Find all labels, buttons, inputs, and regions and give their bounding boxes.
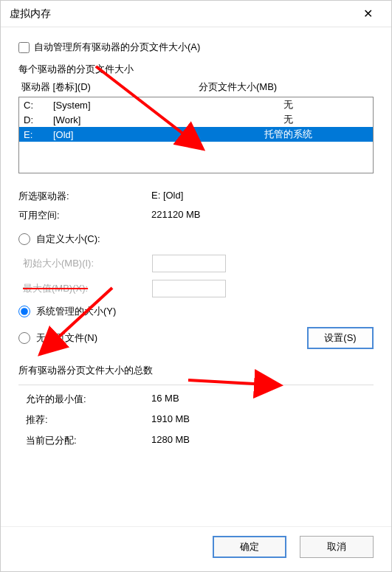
drive-header-label: 驱动器 [卷标](D) (21, 80, 199, 94)
set-button[interactable]: 设置(S) (307, 327, 374, 349)
drive-label: [Old] (53, 129, 208, 140)
drive-row-e[interactable]: E: [Old] 托管的系统 (19, 127, 373, 142)
min-allowed-value: 16 MB (151, 393, 374, 406)
min-allowed-label: 允许的最小值: (26, 393, 151, 406)
no-paging-radio-row[interactable]: 无分页文件(N) (18, 331, 307, 345)
initial-size-label: 初始大小(MB)(I): (23, 257, 152, 270)
drive-size: 无 (208, 113, 368, 126)
window-title: 虚拟内存 (10, 7, 353, 21)
selected-drive-value: E: [Old] (151, 190, 374, 203)
ok-button[interactable]: 确定 (213, 536, 286, 558)
virtual-memory-dialog: 虚拟内存 ✕ 自动管理所有驱动器的分页文件大小(A) 每个驱动器的分页文件大小 … (0, 0, 392, 572)
drive-label: [System] (53, 100, 208, 111)
free-space-value: 221120 MB (151, 209, 374, 222)
auto-manage-checkbox-row[interactable]: 自动管理所有驱动器的分页文件大小(A) (18, 41, 374, 54)
close-icon: ✕ (363, 7, 373, 21)
system-managed-label: 系统管理的大小(Y) (36, 305, 116, 318)
free-space-label: 可用空间: (18, 209, 151, 222)
max-size-row: 最大值(MB)(X): (23, 280, 374, 297)
recommended-label: 推荐: (26, 413, 151, 427)
no-paging-radio[interactable] (18, 332, 30, 344)
content-area: 自动管理所有驱动器的分页文件大小(A) 每个驱动器的分页文件大小 驱动器 [卷标… (1, 27, 391, 526)
drive-size: 无 (208, 98, 368, 111)
auto-manage-checkbox[interactable] (18, 42, 30, 53)
selected-drive-info: 所选驱动器: E: [Old] 可用空间: 221120 MB (18, 190, 374, 222)
custom-size-label: 自定义大小(C): (36, 232, 100, 246)
no-paging-label: 无分页文件(N) (36, 331, 97, 345)
per-drive-label: 每个驱动器的分页文件大小 (18, 63, 374, 76)
drive-list[interactable]: C: [System] 无 D: [Work] 无 E: [Old] 托管的系统 (18, 97, 374, 173)
drive-label: [Work] (53, 114, 208, 125)
selected-drive-label: 所选驱动器: (18, 190, 151, 203)
initial-size-row: 初始大小(MB)(I): (23, 255, 374, 272)
recommended-value: 1910 MB (151, 413, 374, 427)
auto-manage-label: 自动管理所有驱动器的分页文件大小(A) (34, 41, 200, 54)
totals-group-label: 所有驱动器分页文件大小的总数 (18, 364, 374, 377)
divider (18, 385, 374, 385)
cancel-button[interactable]: 取消 (300, 536, 374, 558)
initial-size-input (152, 255, 226, 272)
drive-header-size: 分页文件大小(MB) (199, 80, 371, 94)
custom-size-radio[interactable] (18, 233, 30, 245)
titlebar: 虚拟内存 ✕ (1, 1, 391, 27)
drive-header: 驱动器 [卷标](D) 分页文件大小(MB) (18, 80, 374, 94)
current-value: 1280 MB (151, 434, 374, 447)
max-size-label: 最大值(MB)(X): (23, 282, 152, 295)
max-size-input (152, 280, 226, 297)
drive-row-c[interactable]: C: [System] 无 (19, 97, 373, 112)
current-label: 当前已分配: (26, 434, 151, 447)
drive-row-d[interactable]: D: [Work] 无 (19, 112, 373, 127)
close-button[interactable]: ✕ (353, 3, 382, 25)
system-managed-radio-row[interactable]: 系统管理的大小(Y) (18, 305, 374, 318)
dialog-footer: 确定 取消 (1, 526, 391, 571)
drive-letter: C: (24, 100, 53, 111)
system-managed-radio[interactable] (18, 306, 30, 317)
custom-size-radio-row[interactable]: 自定义大小(C): (18, 232, 374, 246)
drive-size: 托管的系统 (208, 128, 368, 141)
totals-section: 所有驱动器分页文件大小的总数 允许的最小值: 16 MB 推荐: 1910 MB… (18, 364, 374, 447)
drive-letter: D: (24, 114, 53, 125)
drive-letter: E: (24, 129, 53, 140)
size-options: 自定义大小(C): 初始大小(MB)(I): 最大值(MB)(X): 系统管理的… (18, 232, 374, 349)
